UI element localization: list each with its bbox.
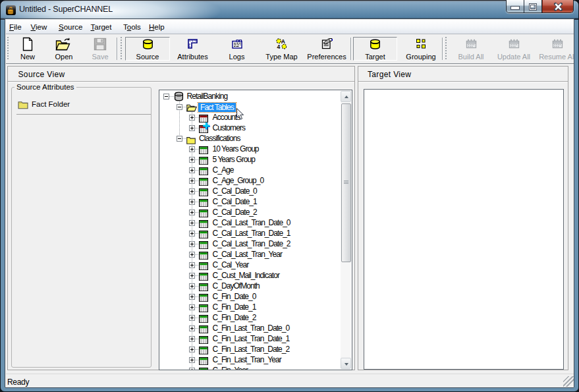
svg-text:A: A [281, 38, 285, 45]
svg-text:4: 4 [277, 43, 281, 49]
